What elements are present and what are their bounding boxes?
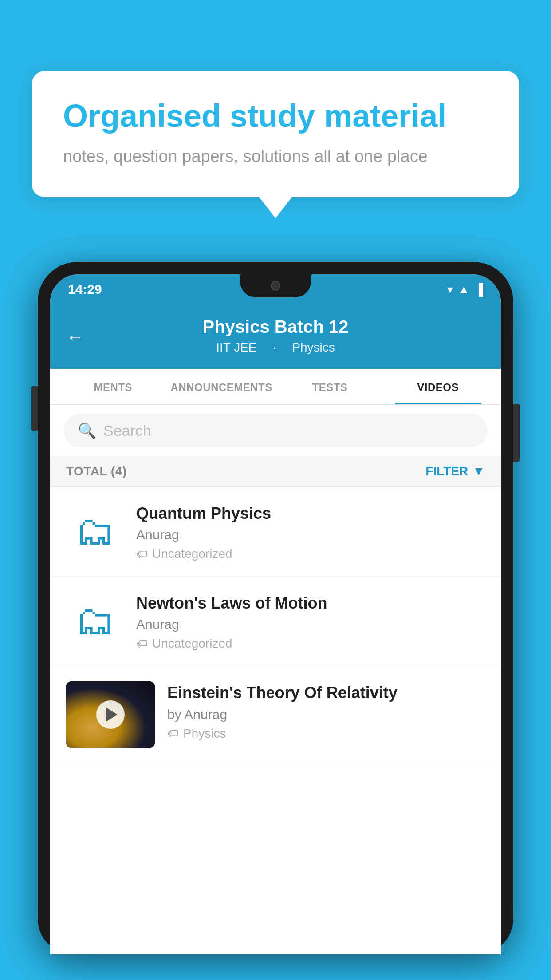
total-count: TOTAL (4) <box>66 464 127 478</box>
video-title: Einstein's Theory Of Relativity <box>167 683 485 702</box>
phone-mockup: 14:29 ▾ ▲ ▐ ← Physics Batch 12 IIT JEE ·… <box>38 262 513 980</box>
wifi-icon: ▾ <box>447 283 453 296</box>
video-author: Anurag <box>136 617 485 632</box>
camera <box>271 281 280 291</box>
tab-videos[interactable]: VIDEOS <box>384 369 492 404</box>
tab-announcements[interactable]: ANNOUNCEMENTS <box>167 369 276 404</box>
list-item[interactable]: Einstein's Theory Of Relativity by Anura… <box>50 666 501 763</box>
status-time: 14:29 <box>68 282 102 297</box>
search-icon: 🔍 <box>78 422 96 439</box>
video-title: Quantum Physics <box>136 504 485 523</box>
speech-bubble: Organised study material notes, question… <box>32 71 519 197</box>
tab-bar: MENTS ANNOUNCEMENTS TESTS VIDEOS <box>50 369 501 405</box>
filter-row: TOTAL (4) FILTER ▼ <box>50 456 501 487</box>
tab-tests[interactable]: TESTS <box>276 369 384 404</box>
header-iit-jee: IIT JEE <box>213 340 260 355</box>
video-title: Newton's Laws of Motion <box>136 593 485 612</box>
battery-icon: ▐ <box>475 283 483 296</box>
video-info: Newton's Laws of Motion Anurag 🏷 Uncateg… <box>136 592 485 651</box>
header-subtitle: IIT JEE · Physics <box>68 340 483 355</box>
filter-icon: ▼ <box>472 464 485 478</box>
folder-icon: 🗂 <box>75 601 115 640</box>
filter-button[interactable]: FILTER ▼ <box>425 464 485 478</box>
tag-icon: 🏷 <box>167 727 179 740</box>
video-author: Anurag <box>136 527 485 542</box>
header-physics: Physics <box>288 340 338 355</box>
filter-label: FILTER <box>425 464 468 478</box>
tag-icon: 🏷 <box>136 547 148 561</box>
video-info: Quantum Physics Anurag 🏷 Uncategorized <box>136 502 485 561</box>
video-tag: 🏷 Uncategorized <box>136 547 485 561</box>
phone-inner: 14:29 ▾ ▲ ▐ ← Physics Batch 12 IIT JEE ·… <box>50 274 501 954</box>
video-info: Einstein's Theory Of Relativity by Anura… <box>167 681 485 740</box>
bubble-title: Organised study material <box>63 98 488 134</box>
list-item[interactable]: 🗂 Newton's Laws of Motion Anurag 🏷 Uncat… <box>50 577 501 666</box>
video-thumbnail <box>66 681 155 748</box>
phone-outer: 14:29 ▾ ▲ ▐ ← Physics Batch 12 IIT JEE ·… <box>38 262 513 954</box>
status-icons: ▾ ▲ ▐ <box>447 283 483 296</box>
folder-thumbnail: 🗂 <box>66 502 124 560</box>
tab-ments[interactable]: MENTS <box>59 369 167 404</box>
search-container: 🔍 Search <box>50 405 501 456</box>
search-bar[interactable]: 🔍 Search <box>63 414 488 447</box>
header-title: Physics Batch 12 <box>68 317 483 337</box>
video-author: by Anurag <box>167 707 485 722</box>
tag-icon: 🏷 <box>136 637 148 651</box>
play-button[interactable] <box>96 700 125 729</box>
notch <box>240 274 311 297</box>
status-bar: 14:29 ▾ ▲ ▐ <box>50 274 501 304</box>
video-tag: 🏷 Physics <box>167 727 485 741</box>
back-button[interactable]: ← <box>66 327 84 347</box>
tag-label: Physics <box>183 727 226 741</box>
video-list: 🗂 Quantum Physics Anurag 🏷 Uncategorized <box>50 487 501 763</box>
list-item[interactable]: 🗂 Quantum Physics Anurag 🏷 Uncategorized <box>50 487 501 577</box>
header-separator: · <box>269 340 280 355</box>
folder-icon: 🗂 <box>75 511 115 551</box>
signal-icon: ▲ <box>458 283 470 296</box>
bubble-subtitle: notes, question papers, solutions all at… <box>63 147 488 166</box>
video-tag: 🏷 Uncategorized <box>136 636 485 651</box>
folder-thumbnail: 🗂 <box>66 592 124 649</box>
play-icon <box>106 707 118 722</box>
tag-label: Uncategorized <box>152 636 232 651</box>
search-input[interactable]: Search <box>103 422 151 439</box>
tag-label: Uncategorized <box>152 547 232 561</box>
app-header: ← Physics Batch 12 IIT JEE · Physics <box>50 304 501 369</box>
